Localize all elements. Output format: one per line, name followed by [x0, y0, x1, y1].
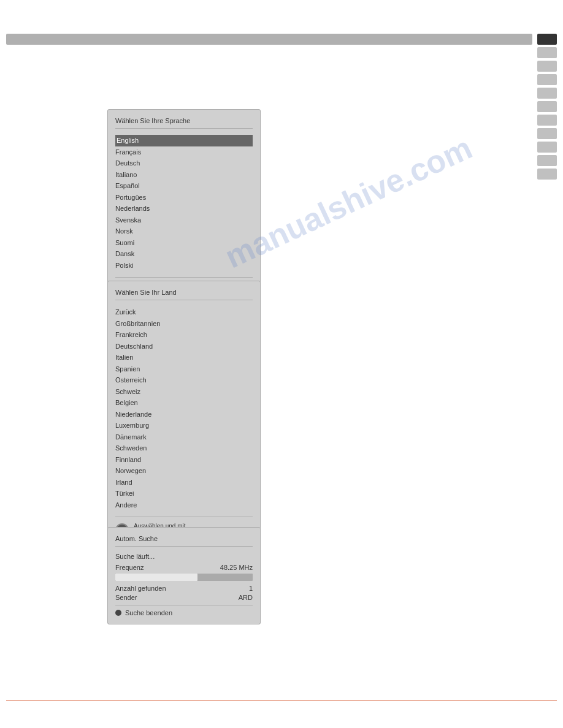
sidebar-tab-10[interactable] [537, 169, 557, 180]
sender-value: ARD [239, 594, 253, 601]
language-item-portugues[interactable]: Portugûes [115, 192, 253, 203]
language-item-italiano[interactable]: Italiano [115, 169, 253, 181]
stop-label: Suche beenden [125, 609, 172, 616]
country-item-schweden[interactable]: Schweden [115, 442, 253, 454]
sidebar-tab-6[interactable] [537, 115, 557, 126]
stop-dot-icon [115, 610, 121, 616]
search-dialog-title: Autom. Suche [115, 535, 253, 547]
search-progress-fill [115, 574, 197, 581]
sidebar-tab-8[interactable] [537, 142, 557, 153]
language-item-polski[interactable]: Polski [115, 260, 253, 271]
sidebar-tab-active[interactable] [537, 34, 557, 45]
language-item-english[interactable]: English [115, 135, 253, 146]
search-status-row: Suche läuft... [115, 553, 253, 560]
country-item-danemark[interactable]: Dänemark [115, 431, 253, 443]
language-item-dansk[interactable]: Dansk [115, 248, 253, 260]
language-item-espanol[interactable]: Español [115, 180, 253, 192]
frequency-row: Frequenz 48.25 MHz [115, 564, 253, 571]
country-item-niederlande[interactable]: Niederlande [115, 409, 253, 420]
search-progress-bar [115, 574, 253, 581]
sidebar-tab-1[interactable] [537, 47, 557, 58]
country-item-osterreich[interactable]: Österreich [115, 374, 253, 386]
search-status-label: Suche läuft... [115, 553, 155, 560]
country-item-andere[interactable]: Andere [115, 499, 253, 511]
language-item-suomi[interactable]: Suomi [115, 237, 253, 249]
country-item-belgien[interactable]: Belgien [115, 397, 253, 409]
country-item-grossbritannien[interactable]: Großbritannien [115, 318, 253, 330]
sidebar-tab-9[interactable] [537, 155, 557, 166]
country-item-luxemburg[interactable]: Luxemburg [115, 420, 253, 431]
country-item-deutschland[interactable]: Deutschland [115, 341, 253, 352]
country-item-schweiz[interactable]: Schweiz [115, 386, 253, 398]
sender-label: Sender [115, 594, 137, 601]
frequency-label: Frequenz [115, 564, 144, 571]
sender-row: Sender ARD [115, 594, 253, 601]
search-dialog: Autom. Suche Suche läuft... Frequenz 48.… [107, 527, 261, 624]
language-dialog: Wählen Sie Ihre Sprache English Français… [107, 109, 261, 306]
language-dialog-title: Wählen Sie Ihre Sprache [115, 117, 253, 129]
frequency-value: 48.25 MHz [220, 564, 253, 571]
country-item-finnland[interactable]: Finnland [115, 454, 253, 466]
sidebar-tab-4[interactable] [537, 88, 557, 99]
bottom-separator-line [6, 700, 557, 700]
country-item-norwegen[interactable]: Norwegen [115, 465, 253, 477]
sidebar-tab-7[interactable] [537, 128, 557, 139]
language-item-nederlands[interactable]: Nederlands [115, 203, 253, 214]
language-item-norsk[interactable]: Norsk [115, 226, 253, 237]
language-item-francais[interactable]: Français [115, 146, 253, 158]
found-row: Anzahl gefunden 1 [115, 585, 253, 592]
country-item-turkei[interactable]: Türkei [115, 488, 253, 499]
found-value: 1 [249, 585, 253, 592]
country-item-spanien[interactable]: Spanien [115, 363, 253, 375]
country-dialog: Wählen Sie Ihr Land Zurück Großbritannie… [107, 281, 261, 546]
country-item-italien[interactable]: Italien [115, 352, 253, 363]
country-item-zuruck[interactable]: Zurück [115, 306, 253, 318]
sidebar-tab-2[interactable] [537, 61, 557, 72]
country-item-irland[interactable]: Irland [115, 477, 253, 488]
sidebar-tab-3[interactable] [537, 74, 557, 85]
found-label: Anzahl gefunden [115, 585, 166, 592]
right-sidebar [537, 34, 557, 180]
language-list: English Français Deutsch Italiano Españo… [115, 135, 253, 271]
stop-search-row[interactable]: Suche beenden [115, 605, 253, 616]
country-dialog-title: Wählen Sie Ihr Land [115, 289, 253, 300]
country-item-frankreich[interactable]: Frankreich [115, 329, 253, 341]
language-item-svenska[interactable]: Svenska [115, 214, 253, 226]
language-item-deutsch[interactable]: Deutsch [115, 157, 253, 169]
top-navigation-bar [6, 34, 532, 45]
country-list: Zurück Großbritannien Frankreich Deutsch… [115, 306, 253, 510]
sidebar-tab-5[interactable] [537, 101, 557, 112]
